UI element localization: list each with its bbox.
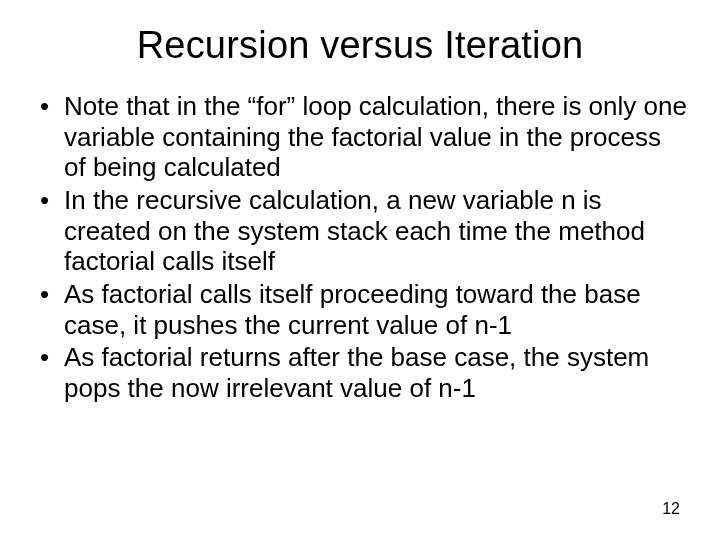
slide: Recursion versus Iteration Note that in … (0, 0, 720, 540)
list-item: As factorial calls itself proceeding tow… (36, 279, 688, 340)
bullet-list: Note that in the “for” loop calculation,… (36, 91, 688, 404)
list-item: Note that in the “for” loop calculation,… (36, 91, 688, 183)
list-item: As factorial returns after the base case… (36, 342, 688, 403)
list-item: In the recursive calculation, a new vari… (36, 185, 688, 277)
slide-title: Recursion versus Iteration (32, 24, 688, 67)
page-number: 12 (662, 500, 680, 518)
